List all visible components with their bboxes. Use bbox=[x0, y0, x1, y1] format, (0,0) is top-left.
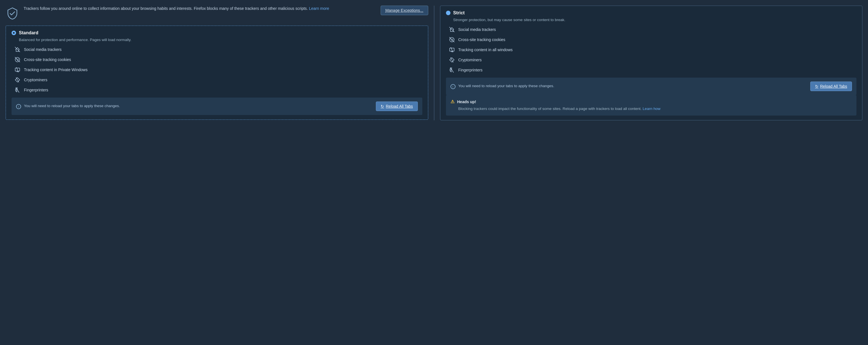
svg-line-20 bbox=[451, 57, 453, 62]
social-trackers-label: Social media trackers bbox=[24, 47, 62, 52]
strict-reload-all-tabs-button[interactable]: ↻ Reload All Tabs bbox=[810, 81, 852, 91]
reload-icon: ↻ bbox=[381, 104, 384, 108]
social-tracker-icon bbox=[14, 46, 21, 53]
standard-radio-button[interactable] bbox=[11, 31, 16, 35]
standard-card-description: Balanced for protection and performance.… bbox=[19, 38, 422, 42]
strict-protection-card: Strict Stronger protection, but may caus… bbox=[440, 6, 863, 120]
strict-card-title: Strict bbox=[453, 10, 465, 15]
standard-reload-text: i You will need to reload your tabs to a… bbox=[16, 104, 371, 109]
strict-tracking-content-icon bbox=[449, 47, 455, 53]
strict-cross-site-cookies-label: Cross-site tracking cookies bbox=[458, 37, 505, 42]
manage-exceptions-button[interactable]: Manage Exceptions... bbox=[381, 6, 428, 15]
list-item: Cross-site tracking cookies bbox=[449, 37, 857, 43]
svg-line-9 bbox=[16, 77, 19, 82]
standard-reload-notice: i You will need to reload your tabs to a… bbox=[11, 98, 422, 115]
strict-tracking-content-label: Tracking content in all windows bbox=[458, 47, 513, 52]
standard-card-title: Standard bbox=[19, 30, 38, 35]
standard-protection-card: Standard Balanced for protection and per… bbox=[6, 26, 428, 120]
shield-icon bbox=[6, 7, 19, 21]
strict-cryptominers-label: Cryptominers bbox=[458, 58, 482, 62]
svg-line-16 bbox=[450, 37, 455, 42]
info-icon: i bbox=[16, 104, 21, 109]
list-item: Tracking content in all windows bbox=[449, 47, 857, 53]
strict-info-icon: i bbox=[451, 84, 456, 89]
strict-social-trackers-label: Social media trackers bbox=[458, 27, 496, 32]
strict-reload-text: i You will need to reload your tabs to a… bbox=[451, 84, 806, 89]
standard-reload-all-tabs-button[interactable]: ↻ Reload All Tabs bbox=[376, 102, 417, 111]
list-item: Cryptominers bbox=[14, 77, 422, 83]
strict-cross-site-cookies-icon bbox=[449, 37, 455, 43]
strict-cryptominers-icon bbox=[449, 57, 455, 63]
strict-fingerprinters-label: Fingerprinters bbox=[458, 68, 483, 72]
cryptominers-label: Cryptominers bbox=[24, 78, 47, 82]
header-row: Trackers follow you around online to col… bbox=[6, 6, 428, 21]
tracking-content-label: Tracking content in Private Windows bbox=[24, 67, 88, 72]
strict-radio-button[interactable] bbox=[446, 11, 451, 15]
learn-how-link[interactable]: Learn how bbox=[643, 107, 660, 111]
heads-up-body: Blocking trackers could impact the funct… bbox=[458, 106, 852, 112]
strict-card-title-row: Strict bbox=[446, 10, 857, 15]
list-item: Tracking content in Private Windows bbox=[14, 67, 422, 73]
learn-more-link[interactable]: Learn more bbox=[309, 6, 329, 11]
heads-up-notice: ⚠ Heads up! Blocking trackers could impa… bbox=[446, 95, 857, 115]
list-item: Social media trackers bbox=[449, 27, 857, 33]
strict-card-description: Stronger protection, but may cause some … bbox=[453, 18, 857, 22]
cross-site-cookies-label: Cross-site tracking cookies bbox=[24, 57, 71, 62]
strict-social-tracker-icon bbox=[449, 27, 455, 33]
tracking-content-icon bbox=[14, 67, 21, 73]
heads-up-title: ⚠ Heads up! bbox=[451, 99, 852, 104]
warning-triangle-icon: ⚠ bbox=[451, 99, 455, 104]
svg-point-14 bbox=[452, 39, 453, 40]
list-item: Fingerprinters bbox=[449, 67, 857, 73]
cross-site-cookies-icon bbox=[14, 57, 21, 63]
list-item: Social media trackers bbox=[14, 46, 422, 53]
left-panel: Trackers follow you around online to col… bbox=[6, 6, 434, 120]
list-item: Cryptominers bbox=[449, 57, 857, 63]
list-item: Fingerprinters bbox=[14, 87, 422, 93]
strict-reload-notice: i You will need to reload your tabs to a… bbox=[446, 78, 857, 95]
cryptominers-icon bbox=[14, 77, 21, 83]
header-description: Trackers follow you around online to col… bbox=[24, 6, 376, 11]
standard-card-title-row: Standard bbox=[11, 30, 422, 35]
strict-fingerprinters-icon bbox=[449, 67, 455, 73]
list-item: Cross-site tracking cookies bbox=[14, 57, 422, 63]
right-panel: Strict Stronger protection, but may caus… bbox=[434, 6, 863, 120]
svg-point-3 bbox=[18, 59, 19, 60]
svg-line-5 bbox=[15, 57, 20, 62]
strict-reload-icon: ↻ bbox=[815, 84, 818, 89]
strict-feature-list: Social media trackers Cross-site trackin… bbox=[449, 27, 857, 73]
fingerprinters-icon bbox=[14, 87, 21, 93]
standard-feature-list: Social media trackers Cross-site trackin… bbox=[14, 46, 422, 93]
fingerprinters-label: Fingerprinters bbox=[24, 88, 48, 92]
